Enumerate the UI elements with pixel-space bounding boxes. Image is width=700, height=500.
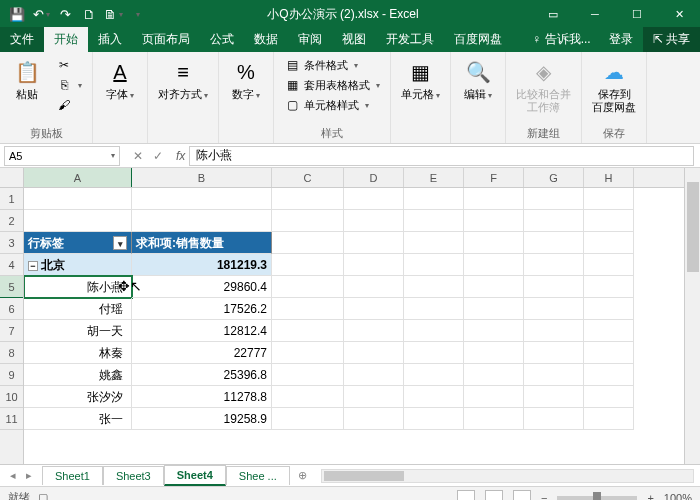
table-format-button[interactable]: ▦套用表格格式▾ [280, 76, 384, 94]
pivot-item-cell[interactable]: 胡一天 [24, 320, 132, 342]
pivot-value-cell[interactable]: 22777 [132, 342, 272, 364]
pivot-value-cell[interactable]: 11278.8 [132, 386, 272, 408]
maximize-icon[interactable]: ☐ [616, 0, 658, 28]
horizontal-scroll-thumb[interactable] [324, 471, 404, 481]
pivot-value-cell[interactable]: 25396.8 [132, 364, 272, 386]
pivot-row-header[interactable]: 行标签▾ [24, 232, 132, 254]
zoom-level[interactable]: 100% [664, 492, 692, 501]
row-header[interactable]: 4 [0, 254, 23, 276]
cell[interactable] [404, 210, 464, 232]
cell[interactable] [524, 320, 584, 342]
editing-button[interactable]: 🔍编辑▾ [457, 56, 499, 104]
cell[interactable] [272, 342, 344, 364]
name-box[interactable]: A5▾ [4, 146, 120, 166]
cell[interactable] [584, 210, 634, 232]
select-all-corner[interactable] [0, 168, 23, 188]
row-header[interactable]: 8 [0, 342, 23, 364]
cell[interactable] [524, 232, 584, 254]
redo-icon[interactable]: ↷ [54, 3, 76, 25]
accept-formula-icon[interactable]: ✓ [150, 149, 166, 163]
cancel-formula-icon[interactable]: ✕ [130, 149, 146, 163]
format-painter-button[interactable]: 🖌 [52, 96, 86, 114]
cell[interactable] [272, 408, 344, 430]
cell[interactable] [272, 386, 344, 408]
cell[interactable] [344, 342, 404, 364]
tab-formulas[interactable]: 公式 [200, 27, 244, 52]
zoom-out-icon[interactable]: − [541, 492, 547, 501]
number-button[interactable]: %数字▾ [225, 56, 267, 104]
cell[interactable] [404, 342, 464, 364]
cell[interactable] [344, 276, 404, 298]
col-header[interactable]: C [272, 168, 344, 187]
cell[interactable] [272, 320, 344, 342]
cell[interactable] [524, 276, 584, 298]
col-header[interactable]: D [344, 168, 404, 187]
sheet-tab[interactable]: Shee ... [226, 466, 290, 485]
row-header[interactable]: 1 [0, 188, 23, 210]
tab-view[interactable]: 视图 [332, 27, 376, 52]
cell[interactable] [272, 364, 344, 386]
cell[interactable] [344, 232, 404, 254]
cell[interactable] [132, 210, 272, 232]
col-header[interactable]: E [404, 168, 464, 187]
cell[interactable] [464, 232, 524, 254]
cell[interactable] [404, 232, 464, 254]
minimize-icon[interactable]: ─ [574, 0, 616, 28]
vertical-scroll-thumb[interactable] [687, 182, 699, 272]
copy-button[interactable]: ⎘▾ [52, 76, 86, 94]
cell[interactable] [584, 320, 634, 342]
sheet-tab-active[interactable]: Sheet4 [164, 465, 226, 486]
cell[interactable] [272, 298, 344, 320]
tell-me[interactable]: ♀ 告诉我... [524, 27, 598, 52]
cell[interactable] [272, 188, 344, 210]
cell[interactable] [404, 254, 464, 276]
font-button[interactable]: A字体▾ [99, 56, 141, 104]
cell[interactable] [524, 210, 584, 232]
conditional-format-button[interactable]: ▤条件格式▾ [280, 56, 384, 74]
cell[interactable] [344, 298, 404, 320]
cell[interactable] [584, 408, 634, 430]
cell[interactable] [464, 210, 524, 232]
cell[interactable] [584, 386, 634, 408]
tab-file[interactable]: 文件 [0, 27, 44, 52]
pivot-value-cell[interactable]: 29860.4 [132, 276, 272, 298]
macro-record-icon[interactable]: ▢ [38, 491, 48, 500]
undo-icon[interactable]: ↶▾ [30, 3, 52, 25]
cell[interactable] [464, 320, 524, 342]
tab-insert[interactable]: 插入 [88, 27, 132, 52]
tab-home[interactable]: 开始 [44, 27, 88, 52]
col-header[interactable]: F [464, 168, 524, 187]
align-button[interactable]: ≡对齐方式▾ [154, 56, 212, 104]
cell[interactable] [404, 386, 464, 408]
vertical-scrollbar[interactable] [684, 168, 700, 464]
view-break-icon[interactable] [513, 490, 531, 501]
cell[interactable] [584, 298, 634, 320]
tab-layout[interactable]: 页面布局 [132, 27, 200, 52]
qat-more-icon[interactable]: ▾ [126, 3, 148, 25]
cell[interactable] [272, 276, 344, 298]
cell[interactable] [524, 386, 584, 408]
cell[interactable] [464, 364, 524, 386]
cell[interactable] [464, 298, 524, 320]
cell[interactable] [524, 342, 584, 364]
cell[interactable] [404, 408, 464, 430]
cell[interactable] [584, 276, 634, 298]
tab-data[interactable]: 数据 [244, 27, 288, 52]
pivot-value-cell[interactable]: 12812.4 [132, 320, 272, 342]
zoom-in-icon[interactable]: + [647, 492, 653, 501]
save-cloud-button[interactable]: ☁保存到 百度网盘 [588, 56, 640, 116]
formula-bar[interactable]: 陈小燕 [189, 146, 694, 166]
tab-baidu[interactable]: 百度网盘 [444, 27, 512, 52]
tab-dev[interactable]: 开发工具 [376, 27, 444, 52]
cell[interactable] [272, 232, 344, 254]
view-layout-icon[interactable] [485, 490, 503, 501]
cell[interactable] [464, 254, 524, 276]
cell[interactable] [344, 364, 404, 386]
cell[interactable] [24, 210, 132, 232]
close-icon[interactable]: ✕ [658, 0, 700, 28]
cell[interactable] [404, 188, 464, 210]
cell[interactable] [272, 254, 344, 276]
selected-cell[interactable]: 陈小燕 [24, 276, 132, 298]
cell[interactable] [404, 276, 464, 298]
sheet-nav-first-icon[interactable]: ◂ [6, 469, 20, 482]
